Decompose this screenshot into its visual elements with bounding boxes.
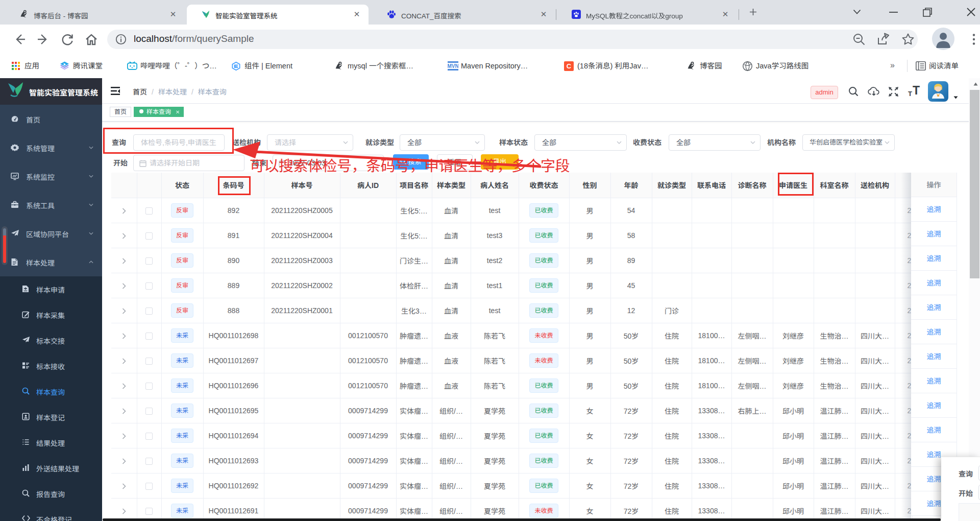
svg-text:C: C (567, 62, 572, 70)
svg-text:MVN: MVN (448, 63, 458, 69)
